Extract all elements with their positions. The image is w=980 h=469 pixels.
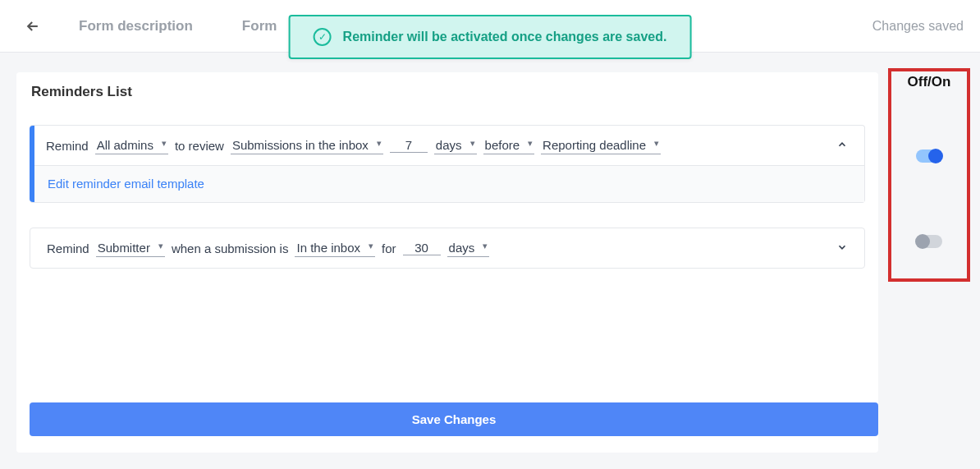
chevron-down-icon[interactable]	[836, 241, 848, 255]
highlight-annotation	[888, 68, 970, 282]
unit-dropdown[interactable]: days	[447, 239, 490, 257]
reminder-mid: to review	[175, 139, 224, 153]
reminder-row: Remind All admins to review Submissions …	[30, 125, 865, 203]
reminder-toggle[interactable]	[916, 235, 942, 248]
reminder-mid2: for	[382, 241, 396, 255]
reminder-row: Remind Submitter when a submission is In…	[30, 228, 865, 269]
what-dropdown[interactable]: Submissions in the inbox	[231, 136, 383, 154]
reminder-prefix: Remind	[46, 139, 89, 153]
edit-template-link[interactable]: Edit reminder email template	[48, 177, 204, 191]
reminder-mid: when a submission is	[172, 241, 289, 255]
panel-title: Reminders List	[16, 84, 878, 125]
relation-dropdown[interactable]: before	[483, 136, 535, 154]
reminder-toggle[interactable]	[916, 149, 942, 163]
what-dropdown[interactable]: In the inbox	[295, 239, 375, 257]
changes-saved-label: Changes saved	[872, 19, 964, 34]
who-dropdown[interactable]: Submitter	[96, 239, 165, 257]
check-circle-icon: ✓	[314, 28, 332, 46]
main-layout: Reminders List Remind All admins to revi…	[0, 53, 980, 469]
reminder-head: Remind All admins to review Submissions …	[30, 126, 864, 165]
event-dropdown[interactable]: Reporting deadline	[541, 136, 661, 154]
save-changes-button[interactable]: Save Changes	[30, 402, 878, 436]
reminder-head: Remind Submitter when a submission is In…	[30, 228, 864, 268]
reminder-body: Edit reminder email template	[30, 165, 864, 202]
unit-dropdown[interactable]: days	[434, 136, 477, 154]
count-input[interactable]	[403, 241, 441, 255]
tab-form[interactable]: Form	[242, 18, 277, 34]
chevron-up-icon[interactable]	[836, 139, 848, 153]
toggle-column: Off/On	[895, 72, 964, 453]
who-dropdown[interactable]: All admins	[95, 136, 168, 154]
tab-form-description[interactable]: Form description	[79, 18, 193, 34]
back-button[interactable]	[20, 13, 46, 39]
toast-message: Reminder will be activated once changes …	[343, 30, 667, 44]
reminder-prefix: Remind	[47, 241, 89, 255]
count-input[interactable]	[390, 138, 428, 153]
toast-notification: ✓ Reminder will be activated once change…	[289, 15, 692, 59]
reminders-panel: Reminders List Remind All admins to revi…	[16, 72, 878, 453]
